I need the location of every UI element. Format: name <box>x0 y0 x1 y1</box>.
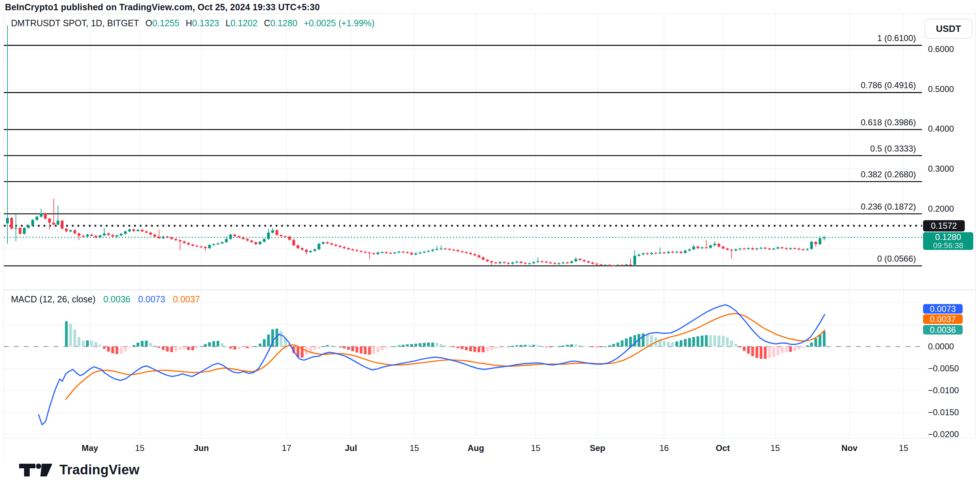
macd-signal-line <box>66 314 825 399</box>
high-label: H <box>186 18 192 28</box>
price-axis-tick: 0.2000 <box>928 204 954 214</box>
time-axis-month-label: May <box>82 443 99 453</box>
macd-badge-line: 0.0073 <box>923 304 963 314</box>
macd-badge-hist: 0.0036 <box>923 325 963 335</box>
tradingview-brand-text[interactable]: TradingView <box>59 462 139 477</box>
time-axis-day-label: 16 <box>659 443 669 453</box>
fib-level-label: 0.5 (0.3333) <box>870 144 916 154</box>
fib-level-label: 0.786 (0.4916) <box>861 80 916 90</box>
price-axis-tick: 0.5000 <box>928 84 954 94</box>
macd-title[interactable]: MACD (12, 26, close) <box>11 294 95 304</box>
time-axis-day-label: 15 <box>531 443 541 453</box>
last-price-value: 0.1280 <box>935 233 961 241</box>
price-level-badge: 0.1572 <box>923 220 965 231</box>
macd-hist-value: 0.0036 <box>103 294 130 304</box>
time-axis-month-label: Jun <box>194 443 209 453</box>
time-axis-day-label: 15 <box>770 443 780 453</box>
time-axis-day-label: 17 <box>282 443 291 453</box>
price-axis-tick: 0.4000 <box>928 124 954 134</box>
candlestick-series <box>6 26 826 266</box>
countdown-timer: 09:56:38 <box>933 241 963 250</box>
time-axis-month-label: Jul <box>345 443 357 453</box>
symbol-legend: DMTRUSDT SPOT, 1D, BITGETO0.1255H0.1323L… <box>11 18 375 28</box>
fib-level-label: 0.382 (0.2680) <box>861 169 916 179</box>
macd-signal-value: 0.0037 <box>173 294 200 304</box>
open-value: 0.1255 <box>153 18 179 28</box>
time-axis-day-label: 15 <box>899 443 908 453</box>
low-value: 0.1202 <box>230 18 257 28</box>
macd-histogram <box>65 321 826 359</box>
page-title: BeInCrypto1 published on TradingView.com… <box>5 2 320 13</box>
macd-axis-tick: −0.0100 <box>928 386 959 395</box>
time-axis-day-label: 15 <box>410 443 419 453</box>
time-axis-month-label: Sep <box>590 443 605 453</box>
time-axis-day-label: 15 <box>135 443 145 453</box>
chart-container: DMTRUSDT SPOT, 1D, BITGETO0.1255H0.1323L… <box>3 13 976 458</box>
change-value: +0.0025 (+1.99%) <box>304 18 374 28</box>
time-axis-month-label: Oct <box>716 443 730 453</box>
price-axis-tick: 0.3000 <box>928 164 954 174</box>
macd-badge-signal: 0.0037 <box>923 314 963 324</box>
time-axis-month-label: Nov <box>841 443 857 453</box>
tradingview-logo-icon[interactable] <box>18 463 54 477</box>
time-axis[interactable]: May15Jun17Jul15Aug15Sep16Oct15Nov15 <box>4 438 976 458</box>
fib-level-label: 0.236 (0.1872) <box>861 202 916 212</box>
time-axis-month-label: Aug <box>468 443 484 453</box>
chart-plot-canvas[interactable] <box>4 14 975 458</box>
macd-axis-tick: 0.0000 <box>928 341 954 351</box>
footer: TradingView <box>18 462 139 477</box>
macd-legend: MACD (12, 26, close)0.00360.00730.0037 <box>11 294 200 305</box>
last-price-badge: 0.1280 09:56:38 <box>923 232 973 250</box>
symbol-name[interactable]: DMTRUSDT SPOT, 1D, BITGET <box>11 18 139 28</box>
macd-axis-tick: −0.0050 <box>928 364 959 373</box>
close-label: C <box>264 18 270 28</box>
currency-toggle-button[interactable]: USDT <box>924 19 972 38</box>
low-label: L <box>226 18 231 28</box>
fib-level-label: 0.618 (0.3986) <box>861 118 916 128</box>
fib-level-label: 1 (0.6100) <box>877 33 916 43</box>
open-label: O <box>145 18 152 28</box>
fib-retracement-lines[interactable] <box>4 45 922 266</box>
fib-level-label: 0 (0.0566) <box>877 254 916 264</box>
macd-line-value: 0.0073 <box>138 294 165 304</box>
close-value: 0.1280 <box>270 18 297 28</box>
high-value: 0.1323 <box>192 18 219 28</box>
macd-axis-tick: −0.0150 <box>928 407 959 417</box>
gridlines <box>4 14 975 438</box>
price-axis-tick: 0.6000 <box>928 44 954 54</box>
